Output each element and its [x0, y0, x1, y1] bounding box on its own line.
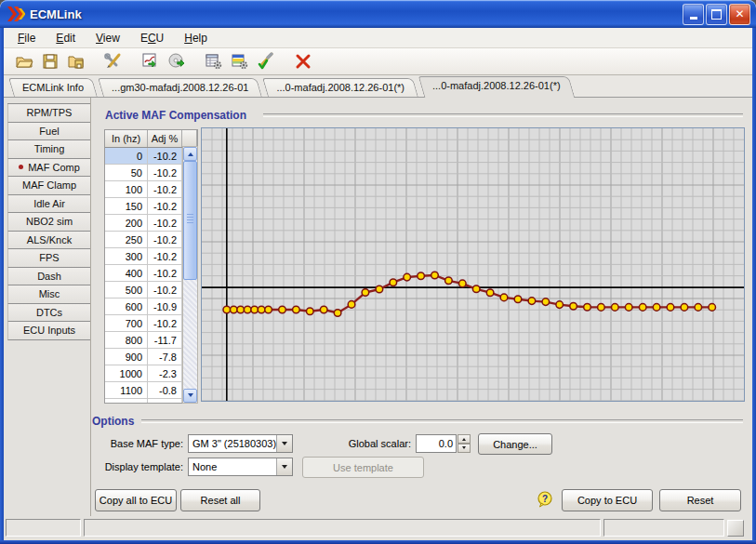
cell-in-hz[interactable]: 300 — [105, 248, 148, 264]
scroll-up-button[interactable] — [183, 147, 197, 161]
cell-adj[interactable]: -10.9 — [148, 299, 182, 314]
app-window: ECMLink ✕ FileEditViewECUHelp ECMLink In… — [0, 0, 756, 544]
help-icon[interactable]: ? — [537, 491, 553, 508]
copy-all-to-ecu-button[interactable]: Copy all to ECU — [95, 489, 177, 511]
cell-in-hz[interactable]: 250 — [105, 232, 148, 247]
cell-adj[interactable]: -10.2 — [148, 248, 182, 264]
sidebar-item-timing[interactable]: Timing — [7, 140, 90, 159]
col-header-adj: Adj % — [148, 130, 182, 147]
cell-in-hz[interactable]: 700 — [105, 315, 148, 331]
maximize-icon — [711, 9, 722, 20]
cell-adj[interactable]: -0.8 — [148, 382, 182, 398]
document-tab-1[interactable]: ECMLink Info — [11, 78, 95, 97]
sidebar-item-label: ALS/Knck — [27, 234, 72, 245]
scrollbar-thumb[interactable] — [183, 161, 197, 280]
col-header-stub — [182, 130, 197, 147]
save-all-icon[interactable] — [65, 50, 87, 73]
display-template-dropdown-button[interactable] — [276, 458, 292, 475]
tab-label: ...0-mafadj.2008.12.26-01(*) — [421, 76, 572, 95]
sidebar-item-als-knck[interactable]: ALS/Knck — [7, 232, 90, 250]
menu-file[interactable]: File — [7, 30, 46, 46]
tools-icon[interactable] — [102, 50, 125, 73]
arrow-down-icon — [188, 393, 193, 400]
cell-adj[interactable]: -10.2 — [148, 215, 182, 231]
tab-label: ECMLink Info — [11, 78, 95, 97]
sidebar-item-idle-air[interactable]: Idle Air — [7, 195, 90, 214]
document-tab-4[interactable]: ...0-mafadj.2008.12.26-01(*) — [421, 76, 572, 98]
cell-adj[interactable]: -10.2 — [148, 198, 182, 214]
cell-in-hz[interactable]: 1000 — [105, 365, 148, 381]
toolbar — [4, 48, 752, 75]
cell-in-hz[interactable]: 0 — [105, 148, 148, 164]
cell-adj[interactable]: -11.7 — [148, 332, 182, 348]
sidebar-item-label: Dash — [37, 271, 61, 282]
save-file-icon[interactable] — [39, 50, 61, 73]
cell-in-hz[interactable]: 1200 — [105, 399, 148, 404]
sidebar-item-rpm-tps[interactable]: RPM/TPS — [7, 104, 90, 123]
base-maf-type-select[interactable]: GM 3" (25180303) — [188, 434, 293, 453]
apply-settings-icon[interactable] — [255, 50, 277, 73]
cell-in-hz[interactable]: 50 — [105, 165, 148, 180]
export-chart-icon[interactable] — [139, 50, 162, 73]
minimize-button[interactable] — [683, 4, 704, 25]
close-button[interactable]: ✕ — [729, 4, 750, 25]
copy-to-ecu-button[interactable]: Copy to ECU — [562, 489, 653, 511]
cell-in-hz[interactable]: 900 — [105, 349, 148, 365]
cell-in-hz[interactable]: 400 — [105, 265, 148, 281]
sidebar-item-label: DTCs — [36, 307, 62, 318]
maximize-button[interactable] — [706, 4, 727, 25]
menu-view[interactable]: View — [86, 30, 130, 46]
cell-adj[interactable]: -2.3 — [148, 365, 182, 381]
scroll-down-button[interactable] — [183, 389, 197, 403]
display-template-select[interactable]: None — [188, 458, 293, 476]
sidebar-item-fps[interactable]: FPS — [7, 249, 90, 268]
resize-grip[interactable] — [727, 520, 744, 537]
cell-in-hz[interactable]: 150 — [105, 198, 148, 214]
document-tab-2[interactable]: ...gm30-mafadj.2008.12.26-01 — [100, 78, 259, 97]
cell-in-hz[interactable]: 500 — [105, 282, 148, 298]
sidebar-item-maf-clamp[interactable]: MAF Clamp — [7, 177, 90, 195]
change-button[interactable]: Change... — [478, 433, 552, 455]
cell-adj[interactable]: -10.2 — [148, 165, 182, 180]
cell-in-hz[interactable]: 100 — [105, 181, 148, 197]
spinner-up-button[interactable] — [458, 434, 471, 444]
cell-in-hz[interactable]: 1100 — [105, 382, 148, 398]
cell-adj[interactable]: -10.2 — [148, 148, 182, 164]
cell-adj[interactable]: -10.2 — [148, 181, 182, 197]
cell-in-hz[interactable]: 600 — [105, 299, 148, 314]
menu-ecu[interactable]: ECU — [130, 30, 174, 46]
sidebar-item-ecu-inputs[interactable]: ECU Inputs — [7, 322, 90, 340]
sidebar-item-dash[interactable]: Dash — [7, 268, 90, 286]
reset-button[interactable]: Reset — [659, 489, 741, 511]
cell-adj[interactable]: -10.2 — [148, 232, 182, 247]
cell-in-hz[interactable]: 800 — [105, 332, 148, 348]
cell-adj[interactable]: -10.2 — [148, 315, 182, 331]
cell-adj[interactable]: -10.2 — [148, 265, 182, 281]
cell-adj[interactable]: -10.2 — [148, 282, 182, 298]
write-disc-icon[interactable] — [166, 50, 188, 73]
document-tab-3[interactable]: ...0-mafadj.2008.12.26-01(*) — [265, 78, 416, 97]
open-file-icon[interactable] — [13, 50, 35, 73]
display-settings-icon[interactable] — [229, 50, 251, 73]
menu-edit[interactable]: Edit — [46, 30, 86, 46]
sidebar-item-dtcs[interactable]: DTCs — [7, 304, 90, 323]
sidebar-item-maf-comp[interactable]: MAF Comp — [7, 159, 90, 178]
window-title: ECMLink — [30, 7, 683, 21]
menu-help[interactable]: Help — [174, 30, 218, 46]
spinner-down-button[interactable] — [458, 444, 471, 453]
base-maf-dropdown-button[interactable] — [276, 435, 292, 452]
cell-in-hz[interactable]: 200 — [105, 215, 148, 231]
cell-adj[interactable]: -7.8 — [148, 349, 182, 365]
log-settings-icon[interactable] — [203, 50, 225, 73]
sidebar-item-misc[interactable]: Misc — [7, 285, 90, 304]
arrow-down-icon — [462, 446, 466, 451]
table-scrollbar[interactable] — [182, 146, 198, 404]
sidebar-item-nbo2-sim[interactable]: NBO2 sim — [7, 213, 90, 232]
reset-all-button[interactable]: Reset all — [180, 489, 260, 511]
global-scalar-input[interactable]: 0.0 — [416, 434, 457, 453]
maf-compensation-chart[interactable] — [201, 127, 745, 402]
disconnect-icon[interactable] — [292, 50, 314, 73]
cell-adj[interactable]: 2.3 — [148, 399, 182, 404]
use-template-button[interactable]: Use template — [302, 457, 424, 478]
sidebar-item-fuel[interactable]: Fuel — [7, 123, 90, 141]
